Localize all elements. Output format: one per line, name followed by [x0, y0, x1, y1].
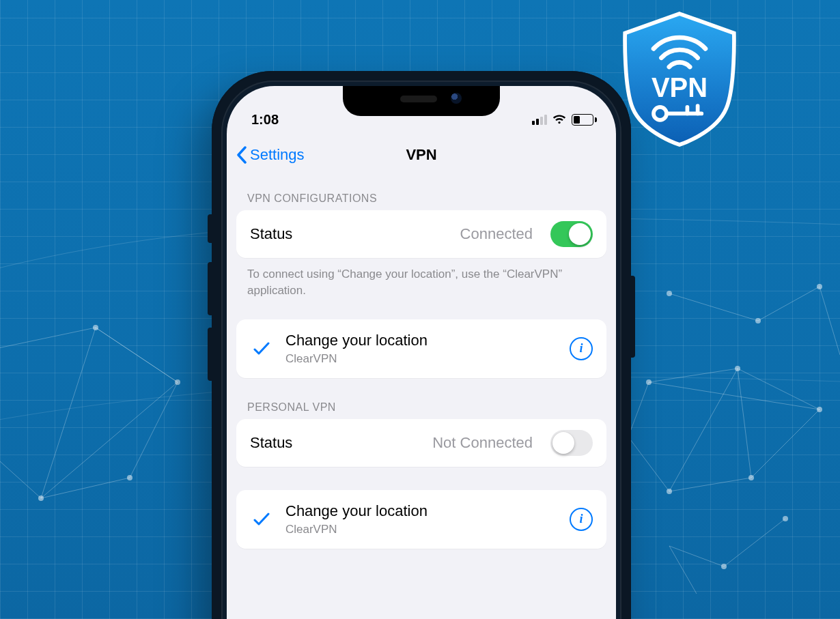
back-label: Settings — [250, 146, 305, 164]
battery-icon — [572, 114, 597, 126]
list-item-subtitle: ClearVPN — [285, 352, 557, 366]
status-label: Status — [250, 225, 292, 243]
phone-screen: 1:08 — [227, 86, 616, 619]
settings-content: VPN CONFIGURATIONS Status Connected To c… — [227, 175, 616, 619]
chevron-left-icon — [236, 146, 247, 164]
status-value: Connected — [460, 225, 533, 243]
svg-point-8 — [735, 366, 740, 371]
svg-point-7 — [646, 379, 652, 385]
list-item-title: Change your location — [285, 502, 557, 520]
status-card-personal: Status Not Connected — [236, 419, 606, 467]
mute-switch — [208, 214, 213, 243]
svg-point-1 — [175, 379, 180, 385]
svg-point-4 — [667, 291, 672, 296]
svg-point-14 — [721, 564, 727, 569]
page-title: VPN — [406, 146, 436, 164]
section-header-vpn-configurations: VPN CONFIGURATIONS — [227, 192, 616, 210]
svg-point-3 — [127, 475, 132, 480]
list-item-subtitle: ClearVPN — [285, 523, 557, 536]
phone-notch — [343, 86, 500, 116]
volume-down-button — [208, 328, 213, 381]
volume-up-button — [208, 262, 213, 315]
vpn-config-item: Change your location ClearVPN i — [236, 319, 606, 378]
section-header-personal-vpn: PERSONAL VPN — [227, 401, 616, 419]
nav-bar: Settings VPN — [227, 138, 616, 172]
list-item[interactable]: Change your location ClearVPN i — [236, 319, 606, 378]
status-row-config[interactable]: Status Connected — [236, 210, 606, 258]
badge-label: VPN — [652, 72, 708, 102]
list-item-title: Change your location — [285, 332, 557, 349]
status-label: Status — [250, 434, 292, 452]
back-button[interactable]: Settings — [236, 146, 305, 164]
svg-point-5 — [755, 318, 761, 323]
checkmark-icon — [250, 512, 273, 527]
status-toggle-personal[interactable] — [550, 430, 593, 456]
checkmark-icon — [250, 341, 273, 356]
svg-point-15 — [654, 107, 667, 120]
svg-point-0 — [93, 325, 98, 330]
svg-point-2 — [38, 495, 44, 501]
status-card-config: Status Connected — [236, 210, 606, 258]
personal-vpn-item: Change your location ClearVPN i — [236, 490, 606, 549]
status-row-personal[interactable]: Status Not Connected — [236, 419, 606, 467]
side-button — [630, 276, 635, 358]
svg-point-6 — [817, 284, 822, 289]
phone-frame: 1:08 — [212, 71, 631, 619]
status-value: Not Connected — [432, 434, 533, 452]
svg-point-9 — [817, 407, 822, 412]
cellular-signal-icon — [532, 114, 547, 125]
list-item[interactable]: Change your location ClearVPN i — [236, 490, 606, 549]
status-toggle-config[interactable] — [550, 221, 593, 247]
info-button[interactable]: i — [570, 508, 593, 531]
status-time: 1:08 — [251, 112, 279, 128]
wifi-icon — [552, 114, 566, 125]
svg-point-10 — [748, 475, 754, 480]
section-footer-config: To connect using “Change your location”,… — [227, 258, 616, 319]
vpn-shield-badge: VPN — [615, 10, 744, 149]
info-button[interactable]: i — [570, 337, 593, 360]
svg-point-11 — [667, 489, 672, 494]
illustration-background: VPN 1:08 — [0, 0, 840, 619]
svg-point-13 — [783, 516, 788, 521]
